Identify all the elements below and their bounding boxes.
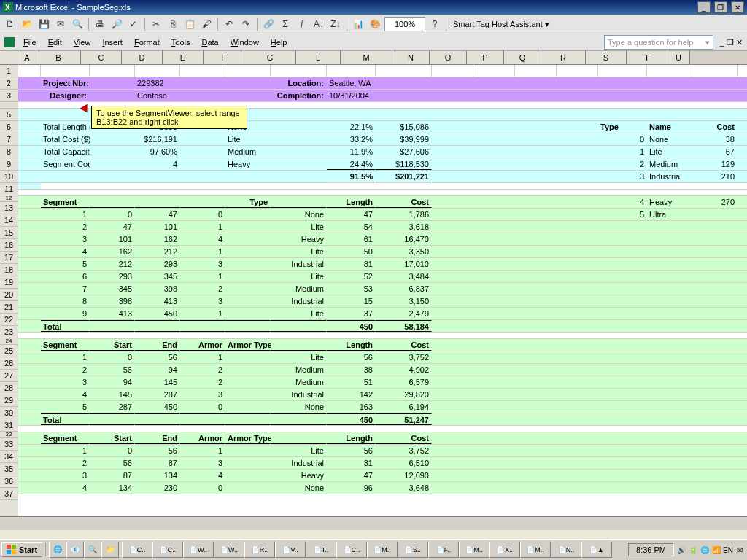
task-btn-11[interactable]: 📄M..	[459, 542, 489, 558]
row-17[interactable]: 17	[0, 252, 18, 264]
quick-launch-1[interactable]: 📧	[66, 542, 84, 558]
row-26[interactable]: 26	[0, 357, 18, 370]
task-btn-5[interactable]: 📄V..	[275, 542, 306, 558]
row-31[interactable]: 31	[0, 419, 18, 432]
task-btn-7[interactable]: 📄C..	[336, 542, 367, 558]
row-27[interactable]: 27	[0, 370, 18, 382]
start-button[interactable]: Start	[1, 542, 42, 557]
col-R[interactable]: R	[541, 51, 586, 64]
task-btn-12[interactable]: 📄X..	[489, 542, 520, 558]
row-10[interactable]: 10	[0, 171, 18, 183]
new-icon[interactable]: 🗋	[3, 17, 18, 31]
menu-view[interactable]: View	[68, 36, 97, 49]
task-btn-4[interactable]: 📄R..	[244, 542, 275, 558]
fx-icon[interactable]: ƒ	[295, 17, 309, 31]
row-33[interactable]: 33	[0, 438, 18, 451]
col-A[interactable]: A	[18, 51, 36, 64]
sort-desc-icon[interactable]: Z↓	[328, 17, 343, 31]
doc-window-controls[interactable]: _ ❐ ✕	[713, 38, 746, 47]
task-btn-13[interactable]: 📄M..	[520, 542, 551, 558]
spell-icon[interactable]: ✓	[126, 17, 141, 31]
task-btn-8[interactable]: 📄M..	[367, 542, 398, 558]
tray-icon-2[interactable]: 🌐	[699, 542, 711, 557]
row-2[interactable]: 2	[0, 77, 18, 90]
print-icon[interactable]: 🖶	[93, 17, 107, 31]
col-E[interactable]: E	[163, 51, 204, 64]
task-btn-3[interactable]: 📄W..	[214, 542, 244, 558]
sort-asc-icon[interactable]: A↓	[311, 17, 326, 31]
row-30[interactable]: 30	[0, 407, 18, 419]
row-22[interactable]: 22	[0, 314, 18, 326]
task-btn-6[interactable]: 📄T..	[306, 542, 336, 558]
row-[interactable]	[0, 102, 18, 109]
col-U[interactable]: U	[667, 51, 690, 64]
help-icon[interactable]: ?	[427, 17, 442, 31]
select-all[interactable]	[0, 51, 18, 64]
chart-icon[interactable]: 📊	[351, 17, 365, 31]
row-9[interactable]: 9	[0, 158, 18, 171]
quick-launch-3[interactable]: 📁	[101, 542, 119, 558]
quick-launch-0[interactable]: 🌐	[49, 542, 66, 558]
paste-icon[interactable]: 📋	[182, 17, 197, 31]
task-btn-10[interactable]: 📄F..	[428, 542, 459, 558]
row-32[interactable]: 32	[0, 432, 18, 438]
row-23[interactable]: 23	[0, 326, 18, 338]
col-B[interactable]: B	[36, 51, 81, 64]
link-icon[interactable]: 🔗	[261, 17, 276, 31]
open-icon[interactable]: 📂	[20, 17, 34, 31]
cut-icon[interactable]: ✂	[149, 17, 163, 31]
menu-tools[interactable]: Tools	[166, 36, 196, 49]
help-search-input[interactable]: Type a question for help▾	[604, 35, 713, 50]
menu-window[interactable]: Window	[225, 36, 265, 49]
row-18[interactable]: 18	[0, 264, 18, 276]
smart-tag-menu[interactable]: Smart Tag Host Assistant ▾	[450, 20, 552, 29]
menu-format[interactable]: Format	[128, 36, 166, 49]
redo-icon[interactable]: ↷	[239, 17, 253, 31]
quick-launch-2[interactable]: 🔍	[84, 542, 101, 558]
col-D[interactable]: D	[122, 51, 163, 64]
row-24[interactable]: 24	[0, 338, 18, 345]
menu-data[interactable]: Data	[196, 36, 224, 49]
tray-icon-0[interactable]: 🔊	[676, 542, 687, 557]
col-S[interactable]: S	[586, 51, 627, 64]
spreadsheet-grid[interactable]: ABCDEFGLMNOPQRSTU 1235678910111213141516…	[0, 51, 747, 516]
row-7[interactable]: 7	[0, 133, 18, 146]
save-icon[interactable]: 💾	[36, 17, 51, 31]
row-34[interactable]: 34	[0, 451, 18, 463]
col-Q[interactable]: Q	[504, 51, 541, 64]
row-12[interactable]: 12	[0, 195, 18, 202]
col-N[interactable]: N	[392, 51, 430, 64]
copy-icon[interactable]: ⎘	[166, 17, 180, 31]
menu-help[interactable]: Help	[265, 36, 293, 49]
menu-file[interactable]: File	[18, 36, 42, 49]
col-T[interactable]: T	[627, 51, 667, 64]
tray-icon-5[interactable]: ✉	[734, 542, 746, 557]
zoom-input[interactable]	[384, 17, 425, 31]
col-L[interactable]: L	[296, 51, 341, 64]
row-36[interactable]: 36	[0, 475, 18, 488]
drawing-icon[interactable]: 🎨	[368, 17, 382, 31]
sheet-tabs[interactable]	[0, 516, 747, 530]
menu-edit[interactable]: Edit	[42, 36, 68, 49]
col-M[interactable]: M	[341, 51, 392, 64]
tray-icon-1[interactable]: 🔋	[687, 542, 699, 557]
cells[interactable]: Project Nbr:229382Location:Seattle, WADe…	[18, 65, 747, 516]
row-11[interactable]: 11	[0, 183, 18, 195]
tray-icon-4[interactable]: EN	[722, 542, 734, 557]
col-O[interactable]: O	[430, 51, 467, 64]
maximize-button[interactable]: ❐	[714, 1, 727, 13]
task-btn-0[interactable]: 📄C..	[122, 542, 152, 558]
col-G[interactable]: G	[244, 51, 296, 64]
preview-icon[interactable]: 🔎	[109, 17, 124, 31]
undo-icon[interactable]: ↶	[222, 17, 236, 31]
row-25[interactable]: 25	[0, 345, 18, 357]
task-btn-15[interactable]: 📄▲	[581, 542, 612, 558]
minimize-button[interactable]: _	[697, 1, 711, 13]
row-35[interactable]: 35	[0, 463, 18, 475]
tray-icon-3[interactable]: 📶	[711, 542, 722, 557]
row-13[interactable]: 13	[0, 202, 18, 214]
row-14[interactable]: 14	[0, 214, 18, 227]
col-C[interactable]: C	[81, 51, 122, 64]
format-painter-icon[interactable]: 🖌	[199, 17, 214, 31]
search-icon[interactable]: 🔍	[70, 17, 85, 31]
